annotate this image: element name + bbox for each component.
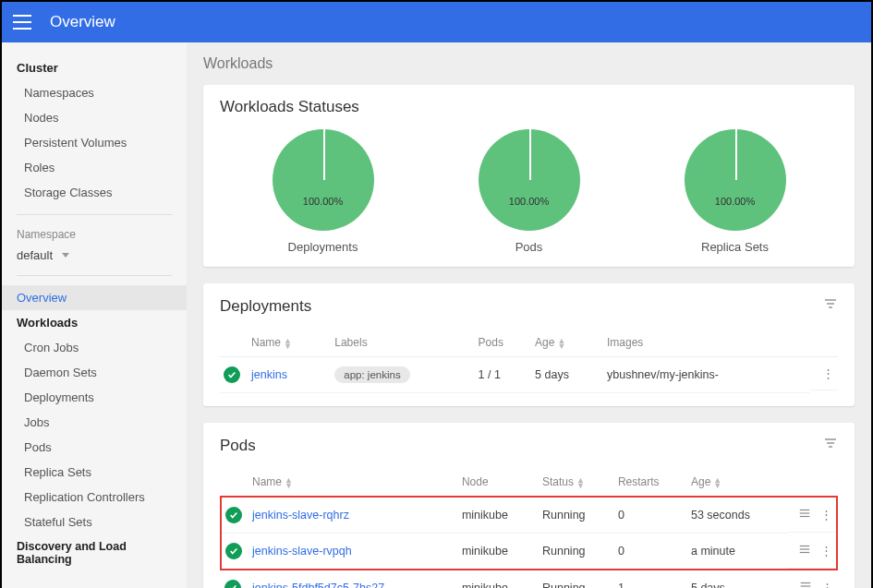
pie-chart-icon: 100.00% — [273, 129, 374, 231]
sidebar-item-persistent-volumes[interactable]: Persistent Volumes — [2, 130, 187, 155]
sidebar: Cluster Namespaces Nodes Persistent Volu… — [2, 42, 187, 588]
table-row: jenkins-slave-rvpqh minikube Running 0 a… — [221, 534, 837, 570]
col-age[interactable]: Age▲▼ — [531, 329, 603, 357]
col-restarts: Restarts — [614, 468, 687, 497]
pod-link[interactable]: jenkins-5fdbf5d7c5-7hs27 — [252, 582, 384, 588]
top-bar: Overview — [0, 0, 873, 42]
svg-rect-13 — [801, 585, 811, 586]
more-icon[interactable]: ⋮ — [820, 544, 832, 558]
sidebar-item-daemonsets[interactable]: Daemon Sets — [2, 360, 187, 385]
col-age[interactable]: Age▲▼ — [687, 468, 787, 497]
pod-link[interactable]: jenkins-slave-rqhrz — [252, 509, 349, 522]
status-ok-icon — [225, 507, 242, 523]
deployments-table: Name▲▼ Labels Pods Age▲▼ Images jenkins … — [220, 329, 838, 393]
divider — [17, 214, 172, 215]
svg-rect-11 — [800, 551, 810, 552]
svg-rect-12 — [801, 582, 811, 583]
col-labels: Labels — [331, 329, 474, 357]
sidebar-item-nodes[interactable]: Nodes — [2, 105, 187, 130]
svg-rect-9 — [800, 545, 810, 546]
logs-icon[interactable] — [799, 580, 812, 588]
col-images: Images — [603, 329, 810, 357]
sidebar-heading-discovery: Discovery and Load Balancing — [2, 534, 187, 571]
menu-icon[interactable] — [13, 15, 31, 30]
svg-rect-6 — [800, 510, 810, 510]
page-header-title: Overview — [50, 13, 115, 31]
col-pods: Pods — [475, 329, 531, 357]
card-title-pods: Pods — [220, 437, 256, 455]
card-title-statuses: Workloads Statuses — [220, 98, 838, 116]
pods-table: Name▲▼ Node Status▲▼ Restarts Age▲▼ jenk… — [220, 468, 838, 588]
logs-icon[interactable] — [798, 543, 811, 558]
svg-rect-10 — [800, 548, 810, 549]
chart-deployments: 100.00% Deployments — [273, 129, 374, 254]
logs-icon[interactable] — [798, 507, 811, 522]
col-name[interactable]: Name▲▼ — [249, 468, 458, 497]
filter-icon[interactable] — [823, 296, 838, 316]
table-row: jenkins-slave-rqhrz minikube Running 0 5… — [221, 497, 837, 534]
table-row: jenkins app: jenkins 1 / 1 5 days ybushn… — [220, 357, 838, 393]
sidebar-item-statefulsets[interactable]: Stateful Sets — [2, 510, 187, 534]
col-name[interactable]: Name▲▼ — [248, 329, 331, 357]
more-icon[interactable]: ⋮ — [820, 508, 832, 522]
sidebar-item-namespaces[interactable]: Namespaces — [2, 80, 187, 105]
status-ok-icon — [225, 543, 242, 559]
pod-link[interactable]: jenkins-slave-rvpqh — [252, 545, 352, 558]
card-deployments: Deployments Name▲▼ Labels Pods Age▲▼ Ima… — [203, 283, 855, 406]
sidebar-item-overview[interactable]: Overview — [2, 285, 187, 310]
namespace-selected: default — [17, 248, 53, 262]
pie-chart-icon: 100.00% — [479, 129, 580, 231]
divider — [17, 275, 172, 276]
sidebar-item-replication-controllers[interactable]: Replication Controllers — [2, 485, 187, 510]
col-status[interactable]: Status▲▼ — [539, 468, 614, 497]
table-row: jenkins-5fdbf5d7c5-7hs27 minikube Runnin… — [221, 570, 837, 588]
sidebar-heading-workloads: Workloads — [2, 310, 187, 335]
sidebar-item-cronjobs[interactable]: Cron Jobs — [2, 335, 187, 360]
namespace-selector[interactable]: default — [2, 245, 187, 266]
namespace-label: Namespace — [2, 224, 187, 245]
svg-rect-7 — [800, 512, 810, 513]
sidebar-item-replicasets[interactable]: Replica Sets — [2, 460, 187, 485]
svg-rect-8 — [800, 516, 810, 517]
sidebar-item-roles[interactable]: Roles — [2, 155, 187, 180]
deployment-link[interactable]: jenkins — [251, 368, 287, 381]
sidebar-item-deployments[interactable]: Deployments — [2, 385, 187, 410]
filter-icon[interactable] — [823, 436, 838, 455]
card-title-deployments: Deployments — [220, 297, 311, 316]
status-ok-icon — [224, 580, 241, 588]
label-chip: app: jenkins — [334, 366, 409, 383]
chevron-down-icon — [62, 253, 69, 258]
chart-pods: 100.00% Pods — [479, 129, 580, 254]
sidebar-item-jobs[interactable]: Jobs — [2, 410, 187, 435]
pie-chart-icon: 100.00% — [685, 129, 786, 231]
sidebar-item-pods[interactable]: Pods — [2, 435, 187, 460]
chart-replicasets: 100.00% Replica Sets — [685, 129, 786, 254]
page-title: Workloads — [203, 55, 855, 72]
more-icon[interactable]: ⋮ — [822, 366, 834, 380]
card-pods: Pods Name▲▼ Node Status▲▼ Restarts Age▲▼ — [203, 423, 855, 588]
more-icon[interactable]: ⋮ — [821, 581, 833, 588]
sidebar-heading-cluster: Cluster — [2, 55, 187, 80]
main-content: Workloads Workloads Statuses 100.00% Dep… — [187, 42, 871, 588]
card-workloads-statuses: Workloads Statuses 100.00% Deployments 1… — [203, 85, 855, 267]
col-node: Node — [458, 468, 539, 497]
status-ok-icon — [224, 366, 240, 383]
sidebar-item-storage-classes[interactable]: Storage Classes — [2, 180, 187, 205]
